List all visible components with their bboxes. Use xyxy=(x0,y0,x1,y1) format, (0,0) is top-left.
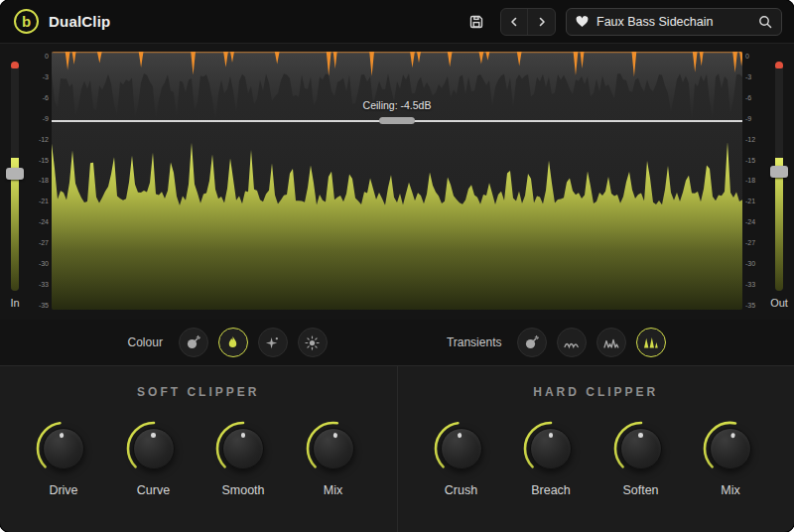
heart-icon[interactable] xyxy=(576,16,589,28)
transient-option-4-button[interactable] xyxy=(636,328,666,357)
scale-label: -6 xyxy=(745,94,761,101)
soft-mix-knob[interactable] xyxy=(305,420,362,477)
transient-option-1-button[interactable] xyxy=(517,328,547,357)
hard-clipper-title: HARD CLIPPER xyxy=(533,386,658,398)
waveform-graphic xyxy=(52,52,742,310)
plugin-window: b DualClip xyxy=(0,0,794,532)
soften-label: Soften xyxy=(622,483,658,497)
db-scale-right: 0 -3 -6 -9 -12 -15 -18 -21 -24 -27 -30 -… xyxy=(742,52,764,310)
bomb-icon xyxy=(524,334,540,350)
hard-clipper-knobs: Crush Breach Soften xyxy=(398,420,794,497)
spark-icon xyxy=(265,335,280,350)
scale-label: -35 xyxy=(745,302,761,309)
drive-knob[interactable] xyxy=(35,420,92,477)
topbar: b DualClip xyxy=(0,0,794,44)
scale-label: -33 xyxy=(33,281,49,288)
app-title: DualClip xyxy=(49,13,110,30)
input-meter: In xyxy=(0,44,30,320)
knob-pointer xyxy=(222,428,264,469)
transients-group: Transients xyxy=(447,328,667,357)
crush-control: Crush xyxy=(432,420,491,497)
soft-clipper-knobs: Drive Curve Smooth xyxy=(0,420,397,497)
scale-label: -18 xyxy=(745,177,761,184)
knob-pointer xyxy=(133,428,175,469)
curve-knob[interactable] xyxy=(125,420,183,477)
hard-mix-label: Mix xyxy=(721,483,739,497)
preset-nav xyxy=(500,8,556,36)
scale-label: -21 xyxy=(745,198,761,204)
breach-knob[interactable] xyxy=(522,420,580,477)
flame-icon xyxy=(225,335,240,350)
scale-label: -21 xyxy=(33,198,49,204)
soften-knob[interactable] xyxy=(612,420,670,477)
save-icon xyxy=(468,14,484,30)
scale-label: -6 xyxy=(33,94,49,101)
scale-label: -33 xyxy=(745,281,761,288)
output-meter-label: Out xyxy=(770,296,788,310)
scale-label: -18 xyxy=(33,177,49,184)
scale-label: -30 xyxy=(33,260,49,267)
soft-clipper-title: SOFT CLIPPER xyxy=(137,386,259,398)
colour-group: Colour xyxy=(128,328,328,357)
wave-medium-icon xyxy=(603,335,619,350)
wave-panel: 0 -3 -6 -9 -12 -15 -18 -21 -24 -27 -30 -… xyxy=(30,44,764,320)
scale-label: -12 xyxy=(745,136,761,143)
soft-mix-label: Mix xyxy=(324,483,342,497)
waveform-view: Ceiling: -4.5dB xyxy=(52,52,742,310)
scale-label: -27 xyxy=(745,239,761,246)
previous-preset-button[interactable] xyxy=(501,9,528,35)
soft-mix-control: Mix xyxy=(304,420,363,497)
preset-name: Faux Bass Sidechain xyxy=(596,15,750,29)
topbar-right: Faux Bass Sidechain xyxy=(463,8,782,36)
scale-label: -12 xyxy=(33,136,49,143)
clipper-panels: SOFT CLIPPER Drive Curve xyxy=(0,365,794,532)
scale-label: -24 xyxy=(745,218,761,225)
drive-control: Drive xyxy=(34,420,93,497)
breach-label: Breach xyxy=(531,483,571,497)
output-gain-handle[interactable] xyxy=(770,166,788,178)
scale-label: 0 xyxy=(33,53,49,60)
chevron-left-icon xyxy=(508,16,520,28)
search-icon[interactable] xyxy=(758,15,772,29)
transients-label: Transients xyxy=(447,335,502,349)
scale-label: -24 xyxy=(33,218,49,225)
chevron-right-icon xyxy=(536,16,548,28)
hard-mix-control: Mix xyxy=(701,420,760,497)
smooth-control: Smooth xyxy=(213,420,273,497)
wave-soft-icon xyxy=(564,335,580,350)
drive-label: Drive xyxy=(49,483,77,497)
curve-control: Curve xyxy=(124,420,184,497)
input-gain-handle[interactable] xyxy=(6,168,24,180)
smooth-label: Smooth xyxy=(221,483,264,497)
input-meter-label: In xyxy=(10,296,19,310)
colour-option-4-button[interactable] xyxy=(298,328,328,357)
hard-mix-knob[interactable] xyxy=(702,420,759,477)
hard-clipper-panel: HARD CLIPPER Crush Breac xyxy=(397,366,794,532)
input-clip-led xyxy=(11,62,19,68)
scale-label: -35 xyxy=(33,302,49,309)
transient-option-2-button[interactable] xyxy=(557,328,587,357)
ceiling-handle[interactable] xyxy=(379,117,415,124)
smooth-knob[interactable] xyxy=(214,420,272,477)
scale-label: -3 xyxy=(745,73,761,80)
colour-label: Colour xyxy=(128,335,163,349)
transient-option-3-button[interactable] xyxy=(596,328,626,357)
colour-option-1-button[interactable] xyxy=(179,328,208,357)
colour-option-2-button[interactable] xyxy=(218,328,248,357)
mode-controls-row: Colour xyxy=(0,320,794,365)
preset-selector[interactable]: Faux Bass Sidechain xyxy=(566,8,782,36)
scale-label: 0 xyxy=(745,53,761,60)
dualclip-logo-icon: b xyxy=(14,9,39,34)
soften-control: Soften xyxy=(611,420,671,497)
next-preset-button[interactable] xyxy=(528,9,555,35)
scale-label: -9 xyxy=(33,115,49,122)
wave-sharp-icon xyxy=(643,335,659,350)
soft-clipper-panel: SOFT CLIPPER Drive Curve xyxy=(0,366,397,532)
crush-knob[interactable] xyxy=(433,420,490,477)
ceiling-label: Ceiling: -4.5dB xyxy=(363,99,432,111)
input-meter-track xyxy=(11,62,19,291)
breach-control: Breach xyxy=(521,420,581,497)
save-preset-button[interactable] xyxy=(463,8,490,36)
colour-option-3-button[interactable] xyxy=(258,328,288,357)
brand: b DualClip xyxy=(14,9,110,34)
